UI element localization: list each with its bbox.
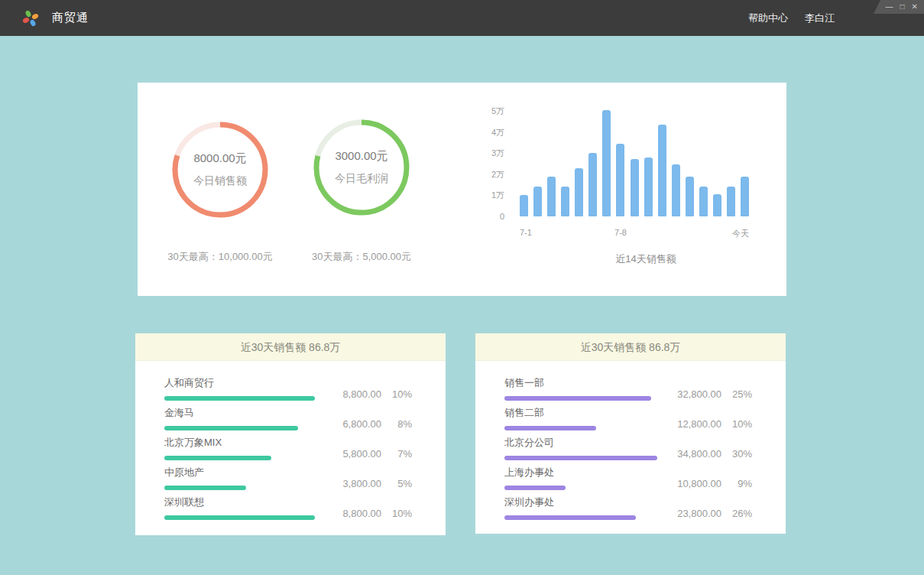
customers-30d-card-title: 近30天销售额 86.8万: [135, 333, 446, 361]
today-profit-donut-chart: 3000.00元 今日毛利润: [313, 119, 410, 216]
item-values: 23,800.0026%: [666, 508, 752, 520]
today-sales-value: 8000.00元: [193, 151, 246, 166]
list-item[interactable]: 深圳办事处23,800.0026%: [475, 490, 786, 520]
item-values: 34,800.0030%: [666, 448, 752, 460]
item-amount: 3,800.00: [326, 478, 381, 489]
sales-bar: [686, 177, 694, 216]
sales-bar: [713, 194, 721, 216]
item-amount: 10,800.00: [666, 478, 721, 489]
app-title: 商贸通: [52, 11, 89, 25]
y-tick-label: 4万: [491, 128, 504, 137]
item-bar: [164, 426, 298, 430]
item-amount: 23,800.00: [666, 508, 721, 519]
item-name: 北京分公司: [504, 436, 660, 450]
item-values: 10,800.009%: [666, 478, 752, 490]
item-name: 上海办事处: [504, 466, 660, 479]
item-bar: [164, 456, 271, 460]
departments-30d-card: 近30天销售额 86.8万 销售一部32,800.0025%销售二部12,800…: [475, 333, 786, 534]
help-center-link[interactable]: 帮助中心: [748, 11, 788, 25]
list-item[interactable]: 销售二部12,800.0010%: [475, 401, 786, 430]
app-logo-icon: [21, 9, 40, 28]
y-tick-label: 1万: [491, 190, 504, 200]
item-name: 人和商贸行: [164, 376, 320, 390]
item-bar: [504, 515, 636, 520]
list-item[interactable]: 销售一部32,800.0025%: [475, 371, 786, 401]
list-item[interactable]: 深圳联想8,800.0010%: [135, 490, 446, 520]
item-name: 北京万象MIX: [164, 436, 320, 450]
sales-bar: [533, 187, 542, 216]
list-item[interactable]: 中原地产3,800.005%: [135, 460, 446, 490]
item-amount: 34,800.00: [666, 448, 721, 460]
item-name: 销售一部: [504, 376, 660, 390]
y-tick-label: 5万: [491, 106, 504, 115]
y-tick-label: 0: [500, 212, 504, 221]
sales-bar-xaxis: 7-1 7-8 今天: [520, 228, 749, 239]
item-name: 金海马: [164, 406, 320, 420]
user-menu[interactable]: 李白江: [805, 11, 835, 25]
list-item[interactable]: 人和商贸行8,800.0010%: [135, 371, 446, 401]
item-amount: 12,800.00: [666, 418, 721, 430]
donut-center-text: 3000.00元 今日毛利润: [313, 119, 410, 216]
item-values: 8,800.0010%: [326, 508, 412, 520]
item-values: 6,800.008%: [326, 418, 412, 430]
y-tick-label: 3万: [491, 148, 504, 158]
maximize-button[interactable]: □: [900, 3, 905, 11]
item-percent: 10%: [381, 388, 412, 400]
summary-card: 8000.00元 今日销售额 30天最高：10,000.00元 3000.00元…: [138, 83, 786, 296]
sales-bar-chart-title: 近14天销售额: [520, 252, 772, 266]
item-bar: [164, 396, 315, 401]
x-tick-label: 7-1: [520, 228, 532, 237]
item-name: 中原地产: [164, 466, 320, 479]
list-item[interactable]: 北京万象MIX5,800.007%: [135, 430, 446, 460]
item-bar: [504, 396, 651, 401]
customers-30d-list: 人和商贸行8,800.0010%金海马6,800.008%北京万象MIX5,80…: [135, 361, 446, 520]
close-button[interactable]: ✕: [912, 3, 918, 11]
sales-bar: [672, 164, 680, 216]
item-values: 8,800.0010%: [326, 388, 412, 401]
minimize-button[interactable]: —: [886, 3, 893, 11]
sales-bar: [658, 125, 666, 216]
titlebar: 商贸通 帮助中心 李白江 — □ ✕: [0, 0, 924, 36]
item-percent: 30%: [721, 448, 752, 460]
item-percent: 7%: [381, 448, 412, 460]
sales-bar: [631, 159, 639, 216]
item-percent: 5%: [381, 478, 412, 489]
y-tick-label: 2万: [491, 170, 504, 179]
item-values: 12,800.0010%: [666, 418, 752, 430]
titlebar-nav: 帮助中心 李白江: [748, 0, 835, 36]
item-amount: 5,800.00: [326, 448, 381, 460]
item-percent: 26%: [721, 508, 752, 519]
item-bar: [504, 456, 657, 460]
item-bar: [504, 486, 566, 490]
list-item[interactable]: 金海马6,800.008%: [135, 401, 446, 430]
item-name: 销售二部: [504, 406, 660, 420]
today-profit-donut-block: 3000.00元 今日毛利润 30天最高：5,000.00元: [298, 119, 425, 264]
sales-bar: [547, 177, 556, 216]
sales-bar: [699, 187, 708, 216]
departments-30d-list: 销售一部32,800.0025%销售二部12,800.0010%北京分公司34,…: [475, 361, 786, 520]
item-bar: [504, 426, 596, 430]
item-values: 5,800.007%: [326, 448, 412, 460]
sales-bar-yaxis: 01万2万3万4万5万: [474, 111, 504, 216]
item-bar: [164, 515, 315, 520]
list-item[interactable]: 上海办事处10,800.009%: [475, 460, 786, 490]
sales-bar: [727, 187, 735, 216]
item-values: 32,800.0025%: [666, 388, 752, 401]
today-profit-max-note: 30天最高：5,000.00元: [298, 250, 425, 264]
item-percent: 25%: [721, 388, 752, 400]
donut-center-text: 8000.00元 今日销售额: [172, 122, 268, 218]
sales-bar: [644, 158, 653, 216]
item-name: 深圳办事处: [504, 495, 660, 509]
sales-bar: [588, 153, 597, 216]
sales-bar: [602, 110, 611, 216]
item-amount: 32,800.00: [666, 388, 721, 400]
list-item[interactable]: 北京分公司34,800.0030%: [475, 430, 786, 460]
x-tick-label: 7-8: [614, 228, 627, 237]
today-profit-label: 今日毛利润: [335, 172, 388, 186]
titlebar-left: 商贸通: [21, 0, 89, 36]
today-profit-value: 3000.00元: [335, 149, 387, 164]
today-sales-donut-block: 8000.00元 今日销售额 30天最高：10,000.00元: [157, 122, 284, 264]
item-percent: 10%: [381, 508, 412, 519]
item-percent: 8%: [381, 418, 412, 430]
item-values: 3,800.005%: [326, 478, 412, 490]
